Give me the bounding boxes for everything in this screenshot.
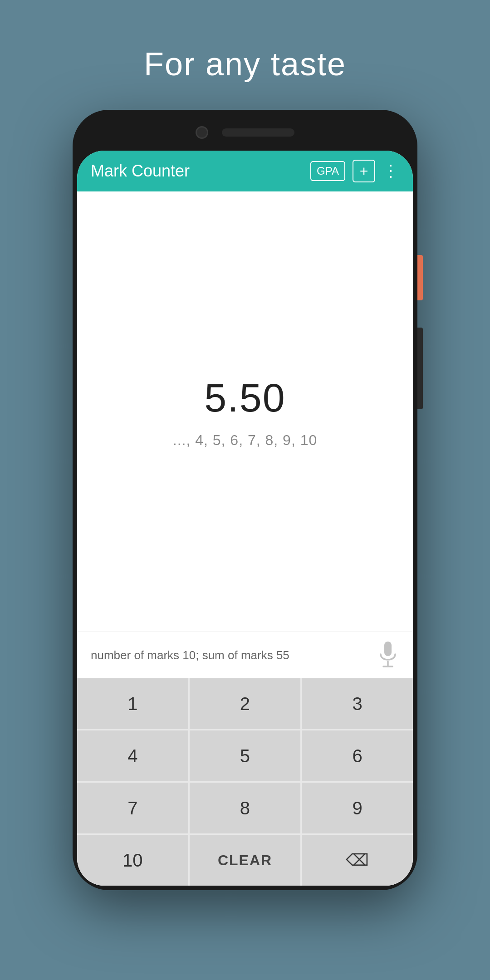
gpa-button[interactable]: GPA — [310, 161, 345, 181]
add-button[interactable]: + — [353, 160, 375, 182]
phone-screen: Mark Counter GPA + ⋮ 5.50 ..., 4, 5, 6, … — [77, 151, 413, 886]
key-2[interactable]: 2 — [190, 678, 301, 729]
marks-list: ..., 4, 5, 6, 7, 8, 9, 10 — [173, 432, 318, 449]
average-value: 5.50 — [204, 375, 285, 421]
page-title: For any taste — [144, 45, 346, 83]
status-text: number of marks 10; sum of marks 55 — [91, 648, 289, 662]
content-area: 5.50 ..., 4, 5, 6, 7, 8, 9, 10 — [77, 191, 413, 632]
camera-icon — [196, 126, 208, 139]
phone-shell: Mark Counter GPA + ⋮ 5.50 ..., 4, 5, 6, … — [73, 110, 417, 890]
key-7[interactable]: 7 — [77, 783, 188, 833]
speaker-icon — [222, 128, 294, 137]
key-4[interactable]: 4 — [77, 730, 188, 781]
key-6[interactable]: 6 — [302, 730, 413, 781]
key-1[interactable]: 1 — [77, 678, 188, 729]
clear-button[interactable]: CLEAR — [190, 835, 301, 886]
more-button[interactable]: ⋮ — [382, 162, 399, 181]
keypad: 1 2 3 4 5 6 7 8 9 10 CLEAR ⌫ — [77, 678, 413, 886]
mic-icon — [379, 642, 397, 669]
key-9[interactable]: 9 — [302, 783, 413, 833]
app-bar-title: Mark Counter — [91, 162, 310, 181]
app-bar-actions: GPA + ⋮ — [310, 160, 399, 182]
app-bar: Mark Counter GPA + ⋮ — [77, 151, 413, 191]
key-8[interactable]: 8 — [190, 783, 301, 833]
key-5[interactable]: 5 — [190, 730, 301, 781]
backspace-button[interactable]: ⌫ — [302, 835, 413, 886]
key-3[interactable]: 3 — [302, 678, 413, 729]
phone-top-bar — [77, 114, 413, 151]
svg-rect-0 — [384, 642, 392, 656]
mic-button[interactable] — [377, 639, 399, 671]
status-bar: number of marks 10; sum of marks 55 — [77, 632, 413, 678]
key-10[interactable]: 10 — [77, 835, 188, 886]
